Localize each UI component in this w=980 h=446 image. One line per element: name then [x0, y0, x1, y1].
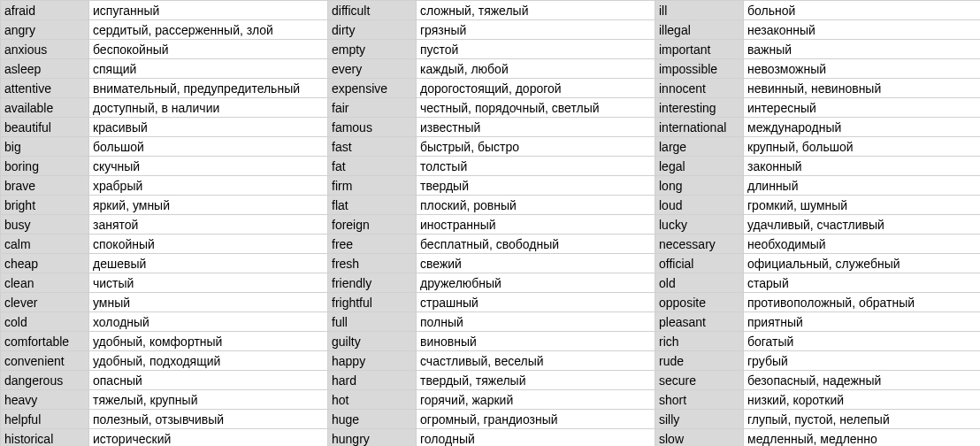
english-word[interactable]: frightful: [328, 293, 417, 312]
english-word[interactable]: interesting: [655, 98, 744, 118]
russian-translation[interactable]: каждый, любой: [417, 59, 655, 79]
russian-translation[interactable]: длинный: [744, 176, 981, 196]
russian-translation[interactable]: яркий, умный: [89, 196, 328, 215]
russian-translation[interactable]: удачливый, счастливый: [744, 215, 981, 235]
russian-translation[interactable]: храбрый: [89, 176, 328, 196]
russian-translation[interactable]: толстый: [417, 157, 655, 176]
english-word[interactable]: rich: [655, 332, 744, 351]
english-word[interactable]: large: [655, 137, 744, 157]
english-word[interactable]: fat: [328, 157, 417, 176]
english-word[interactable]: rude: [655, 351, 744, 371]
russian-translation[interactable]: громкий, шумный: [744, 196, 981, 215]
russian-translation[interactable]: безопасный, надежный: [744, 371, 981, 390]
russian-translation[interactable]: богатый: [744, 332, 981, 351]
english-word[interactable]: guilty: [328, 332, 417, 351]
russian-translation[interactable]: пустой: [417, 40, 655, 59]
english-word[interactable]: free: [328, 235, 417, 254]
russian-translation[interactable]: умный: [89, 293, 328, 312]
english-word[interactable]: helpful: [1, 410, 89, 429]
russian-translation[interactable]: скучный: [89, 157, 328, 176]
russian-translation[interactable]: исторический: [89, 429, 328, 447]
english-word[interactable]: boring: [1, 157, 89, 176]
english-word[interactable]: official: [655, 254, 744, 273]
english-word[interactable]: expensive: [328, 79, 417, 98]
english-word[interactable]: busy: [1, 215, 89, 235]
russian-translation[interactable]: важный: [744, 40, 981, 59]
russian-translation[interactable]: дружелюбный: [417, 273, 655, 293]
english-word[interactable]: huge: [328, 410, 417, 429]
russian-translation[interactable]: крупный, большой: [744, 137, 981, 157]
russian-translation[interactable]: дешевый: [89, 254, 328, 273]
russian-translation[interactable]: невозможный: [744, 59, 981, 79]
russian-translation[interactable]: невинный, невиновный: [744, 79, 981, 98]
russian-translation[interactable]: удобный, подходящий: [89, 351, 328, 371]
english-word[interactable]: available: [1, 98, 89, 118]
russian-translation[interactable]: тяжелый, крупный: [89, 390, 328, 410]
russian-translation[interactable]: необходимый: [744, 235, 981, 254]
russian-translation[interactable]: страшный: [417, 293, 655, 312]
russian-translation[interactable]: противоположный, обратный: [744, 293, 981, 312]
russian-translation[interactable]: незаконный: [744, 20, 981, 40]
russian-translation[interactable]: занятой: [89, 215, 328, 235]
english-word[interactable]: every: [328, 59, 417, 79]
russian-translation[interactable]: сложный, тяжелый: [417, 1, 655, 20]
russian-translation[interactable]: известный: [417, 118, 655, 137]
russian-translation[interactable]: глупый, пустой, нелепый: [744, 410, 981, 429]
russian-translation[interactable]: грубый: [744, 351, 981, 371]
english-word[interactable]: international: [655, 118, 744, 137]
russian-translation[interactable]: честный, порядочный, светлый: [417, 98, 655, 118]
russian-translation[interactable]: бесплатный, свободный: [417, 235, 655, 254]
russian-translation[interactable]: старый: [744, 273, 981, 293]
russian-translation[interactable]: плоский, ровный: [417, 196, 655, 215]
russian-translation[interactable]: испуганный: [89, 1, 328, 20]
english-word[interactable]: lucky: [655, 215, 744, 235]
russian-translation[interactable]: больной: [744, 1, 981, 20]
russian-translation[interactable]: грязный: [417, 20, 655, 40]
english-word[interactable]: slow: [655, 429, 744, 447]
russian-translation[interactable]: свежий: [417, 254, 655, 273]
english-word[interactable]: comfortable: [1, 332, 89, 351]
english-word[interactable]: convenient: [1, 351, 89, 371]
english-word[interactable]: full: [328, 312, 417, 332]
russian-translation[interactable]: спокойный: [89, 235, 328, 254]
russian-translation[interactable]: доступный, в наличии: [89, 98, 328, 118]
english-word[interactable]: angry: [1, 20, 89, 40]
russian-translation[interactable]: голодный: [417, 429, 655, 447]
english-word[interactable]: hard: [328, 371, 417, 390]
english-word[interactable]: hot: [328, 390, 417, 410]
english-word[interactable]: afraid: [1, 1, 89, 20]
english-word[interactable]: fair: [328, 98, 417, 118]
english-word[interactable]: empty: [328, 40, 417, 59]
russian-translation[interactable]: полезный, отзывчивый: [89, 410, 328, 429]
english-word[interactable]: beautiful: [1, 118, 89, 137]
russian-translation[interactable]: холодный: [89, 312, 328, 332]
english-word[interactable]: brave: [1, 176, 89, 196]
russian-translation[interactable]: медленный, медленно: [744, 429, 981, 447]
russian-translation[interactable]: полный: [417, 312, 655, 332]
russian-translation[interactable]: низкий, короткий: [744, 390, 981, 410]
english-word[interactable]: important: [655, 40, 744, 59]
english-word[interactable]: famous: [328, 118, 417, 137]
russian-translation[interactable]: международный: [744, 118, 981, 137]
russian-translation[interactable]: твердый, тяжелый: [417, 371, 655, 390]
english-word[interactable]: short: [655, 390, 744, 410]
english-word[interactable]: flat: [328, 196, 417, 215]
english-word[interactable]: impossible: [655, 59, 744, 79]
russian-translation[interactable]: счастливый, веселый: [417, 351, 655, 371]
russian-translation[interactable]: большой: [89, 137, 328, 157]
english-word[interactable]: dangerous: [1, 371, 89, 390]
english-word[interactable]: old: [655, 273, 744, 293]
english-word[interactable]: opposite: [655, 293, 744, 312]
russian-translation[interactable]: официальный, служебный: [744, 254, 981, 273]
russian-translation[interactable]: интересный: [744, 98, 981, 118]
english-word[interactable]: ill: [655, 1, 744, 20]
russian-translation[interactable]: быстрый, быстро: [417, 137, 655, 157]
russian-translation[interactable]: спящий: [89, 59, 328, 79]
english-word[interactable]: anxious: [1, 40, 89, 59]
russian-translation[interactable]: огромный, грандиозный: [417, 410, 655, 429]
russian-translation[interactable]: дорогостоящий, дорогой: [417, 79, 655, 98]
russian-translation[interactable]: удобный, комфортный: [89, 332, 328, 351]
english-word[interactable]: asleep: [1, 59, 89, 79]
russian-translation[interactable]: иностранный: [417, 215, 655, 235]
russian-translation[interactable]: виновный: [417, 332, 655, 351]
